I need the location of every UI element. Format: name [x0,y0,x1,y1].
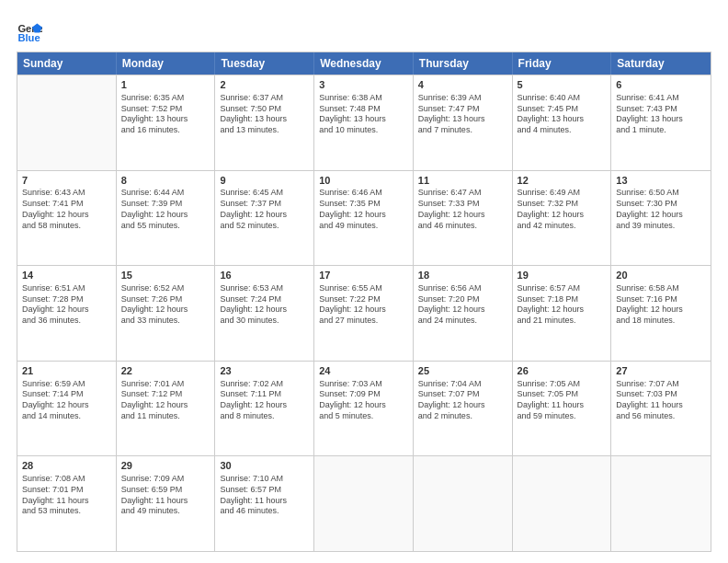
day-number: 2 [220,78,309,92]
cell-info: and 39 minutes. [616,221,706,232]
cell-info: and 13 minutes. [220,125,309,136]
cell-info: Sunrise: 6:58 AM [616,283,706,294]
cell-info: Sunrise: 6:45 AM [220,188,309,199]
cell-info: Daylight: 12 hours [319,304,408,316]
calendar-row-5: 28Sunrise: 7:08 AMSunset: 7:01 PMDayligh… [17,455,711,551]
calendar-cell: 22Sunrise: 7:01 AMSunset: 7:12 PMDayligh… [117,362,216,456]
calendar-cell: 20Sunrise: 6:58 AMSunset: 7:16 PMDayligh… [611,266,711,361]
calendar-cell: 24Sunrise: 7:03 AMSunset: 7:09 PMDayligh… [314,362,414,456]
cell-info: and 10 minutes. [319,125,408,136]
calendar-row-2: 7Sunrise: 6:43 AMSunset: 7:41 PMDaylight… [17,170,711,266]
cell-info: Sunrise: 6:43 AM [22,188,111,199]
cell-info: Sunset: 7:16 PM [616,294,706,305]
day-number: 9 [220,174,309,188]
cell-info: and 18 minutes. [616,316,706,327]
cell-info: Sunset: 7:33 PM [418,199,507,210]
day-number: 21 [22,364,111,378]
calendar-cell: 4Sunrise: 6:39 AMSunset: 7:47 PMDaylight… [414,75,513,170]
day-number: 8 [121,174,210,188]
cell-info: Sunrise: 6:35 AM [121,93,210,104]
cell-info: Sunset: 7:41 PM [22,199,111,210]
cell-info: Sunrise: 6:39 AM [418,93,507,104]
cell-info: Sunset: 7:26 PM [121,294,210,305]
cell-info: and 7 minutes. [418,125,507,136]
cell-info: Sunset: 7:35 PM [319,199,408,210]
calendar-cell: 29Sunrise: 7:09 AMSunset: 6:59 PMDayligh… [117,456,216,551]
cell-info: Daylight: 11 hours [518,400,607,411]
day-number: 10 [319,174,408,188]
cell-info: Sunset: 7:01 PM [22,485,111,496]
cell-info: Sunrise: 6:59 AM [22,379,111,390]
calendar-header: SundayMondayTuesdayWednesdayThursdayFrid… [17,52,711,75]
cell-info: Sunset: 7:07 PM [418,389,507,400]
cell-info: and 5 minutes. [319,411,408,422]
cell-info: Daylight: 12 hours [22,400,111,411]
calendar-cell [513,456,612,551]
page-header: General Blue [17,15,711,44]
calendar-cell: 13Sunrise: 6:50 AMSunset: 7:30 PMDayligh… [611,171,711,266]
cell-info: Sunset: 7:20 PM [418,294,507,305]
cell-info: Sunset: 7:43 PM [616,104,706,115]
day-number: 20 [616,269,706,282]
calendar-cell: 2Sunrise: 6:37 AMSunset: 7:50 PMDaylight… [215,75,314,170]
cell-info: Sunrise: 6:37 AM [220,93,309,104]
cell-info: and 11 minutes. [121,411,210,422]
cell-info: Sunrise: 7:10 AM [220,474,309,485]
day-number: 12 [518,174,607,188]
cell-info: Daylight: 13 hours [121,114,210,125]
day-number: 27 [616,364,706,378]
calendar-cell: 23Sunrise: 7:02 AMSunset: 7:11 PMDayligh… [215,362,314,456]
cell-info: Daylight: 12 hours [518,210,607,221]
calendar-cell: 9Sunrise: 6:45 AMSunset: 7:37 PMDaylight… [215,171,314,266]
calendar-cell: 15Sunrise: 6:52 AMSunset: 7:26 PMDayligh… [117,266,216,361]
cell-info: Daylight: 12 hours [319,210,408,221]
calendar-cell: 12Sunrise: 6:49 AMSunset: 7:32 PMDayligh… [513,171,612,266]
cell-info: Daylight: 11 hours [220,496,309,507]
cell-info: Daylight: 12 hours [121,304,210,316]
calendar: SundayMondayTuesdayWednesdayThursdayFrid… [17,52,711,552]
cell-info: and 49 minutes. [121,506,210,517]
day-number: 25 [418,364,507,378]
cell-info: Sunrise: 6:50 AM [616,188,706,199]
calendar-cell [17,75,117,170]
cell-info: Sunrise: 7:01 AM [121,379,210,390]
cell-info: Sunset: 7:12 PM [121,389,210,400]
cell-info: Daylight: 12 hours [418,400,507,411]
calendar-cell: 25Sunrise: 7:04 AMSunset: 7:07 PMDayligh… [414,362,513,456]
cell-info: Sunset: 6:59 PM [121,485,210,496]
calendar-cell: 30Sunrise: 7:10 AMSunset: 6:57 PMDayligh… [215,456,314,551]
cell-info: Daylight: 13 hours [220,114,309,125]
cell-info: Daylight: 12 hours [418,304,507,316]
day-number: 3 [319,78,408,92]
cell-info: Daylight: 11 hours [121,496,210,507]
cell-info: Sunrise: 7:08 AM [22,474,111,485]
cell-info: Sunset: 7:11 PM [220,389,309,400]
cell-info: Daylight: 12 hours [220,400,309,411]
cell-info: Sunset: 7:03 PM [616,389,706,400]
cell-info: Sunrise: 6:57 AM [518,283,607,294]
day-number: 22 [121,364,210,378]
day-number: 1 [121,78,210,92]
cell-info: Daylight: 11 hours [22,496,111,507]
calendar-cell: 27Sunrise: 7:07 AMSunset: 7:03 PMDayligh… [611,362,711,456]
cell-info: Sunset: 7:45 PM [518,104,607,115]
cell-info: and 46 minutes. [418,221,507,232]
day-number: 28 [22,459,111,473]
cell-info: Sunset: 7:37 PM [220,199,309,210]
cell-info: Sunrise: 6:47 AM [418,188,507,199]
calendar-row-3: 14Sunrise: 6:51 AMSunset: 7:28 PMDayligh… [17,265,711,361]
cell-info: Sunset: 7:48 PM [319,104,408,115]
day-number: 5 [518,78,607,92]
calendar-cell [314,456,414,551]
cell-info: and 55 minutes. [121,221,210,232]
day-number: 29 [121,459,210,473]
cell-info: Daylight: 13 hours [418,114,507,125]
svg-text:Blue: Blue [17,32,40,43]
calendar-cell: 19Sunrise: 6:57 AMSunset: 7:18 PMDayligh… [513,266,612,361]
header-cell-wednesday: Wednesday [314,52,414,75]
calendar-cell: 5Sunrise: 6:40 AMSunset: 7:45 PMDaylight… [513,75,612,170]
cell-info: Sunset: 7:52 PM [121,104,210,115]
cell-info: Daylight: 13 hours [518,114,607,125]
calendar-cell: 10Sunrise: 6:46 AMSunset: 7:35 PMDayligh… [314,171,414,266]
cell-info: and 14 minutes. [22,411,111,422]
